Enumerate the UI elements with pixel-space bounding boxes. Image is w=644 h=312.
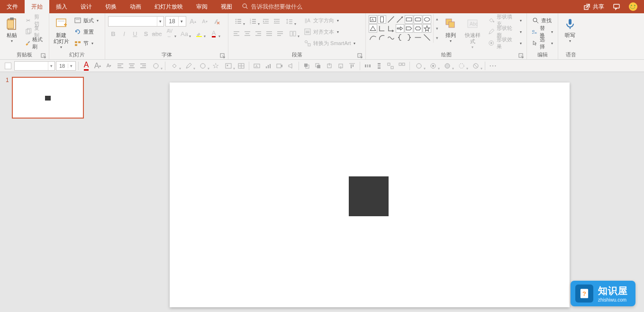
shape-outline-2-button[interactable] [182, 61, 195, 71]
star-button[interactable]: ☆ [210, 61, 221, 71]
tab-transition[interactable]: 切换 [99, 0, 123, 13]
underline-button[interactable]: U [130, 28, 140, 39]
circle3-button[interactable] [441, 61, 454, 71]
find-button[interactable]: 查找 [530, 15, 555, 26]
bring-forward-button[interactable] [324, 61, 335, 71]
dropdown-caret-icon[interactable]: ▾ [157, 17, 163, 26]
quick-styles-button[interactable]: Abc 快速样式 ▾ [461, 14, 485, 49]
send-back-button[interactable] [313, 61, 323, 71]
shape-pentagon[interactable] [405, 24, 413, 33]
gallery-up-button[interactable]: ▴ [434, 15, 441, 23]
tab-insert[interactable]: 插入 [49, 0, 74, 13]
insert-pic-button[interactable] [222, 61, 235, 71]
shape-vtextbox[interactable] [378, 15, 386, 24]
insert-video-button[interactable] [274, 61, 285, 71]
align-center-2-button[interactable] [127, 61, 137, 71]
send-backward-button[interactable] [336, 61, 346, 71]
change-case-button[interactable]: Aa [177, 28, 191, 39]
dialog-launcher-icon[interactable] [518, 53, 524, 59]
smartart-button[interactable]: 转换为 SmartArt▾ [302, 38, 357, 48]
align-center-button[interactable] [242, 28, 253, 39]
bold-button[interactable]: B [108, 28, 118, 39]
font-size-input[interactable] [166, 18, 178, 25]
dropdown-caret-icon[interactable]: ▾ [178, 17, 185, 26]
justify-button[interactable] [264, 28, 274, 39]
shape-rect[interactable] [405, 15, 413, 24]
highlight-2-button[interactable] [149, 61, 163, 71]
distribute-button[interactable] [275, 28, 285, 39]
shape-effects-button[interactable]: 形状效果▾ [486, 38, 524, 48]
grow-font-button[interactable]: A▴ [188, 16, 198, 27]
tab-review[interactable]: 审阅 [190, 0, 214, 13]
shape-oval[interactable] [423, 15, 431, 24]
align-right-button[interactable] [253, 28, 263, 39]
group-button[interactable] [385, 61, 396, 71]
slide-thumbnail-1[interactable]: 1 [6, 77, 89, 119]
color-swatch-button[interactable] [3, 61, 13, 71]
grow-font-2-button[interactable]: A▴ [92, 61, 103, 71]
reset-button[interactable]: 重置 [72, 27, 100, 37]
shrink-font-2-button[interactable]: A▾ [104, 61, 114, 71]
decrease-indent-button[interactable] [261, 16, 271, 27]
shrink-font-button[interactable]: A▾ [200, 16, 210, 27]
shape-elbow[interactable] [378, 24, 386, 33]
shape-hexagon[interactable] [414, 24, 422, 33]
shape-curve[interactable] [369, 33, 377, 42]
align-left-button[interactable] [231, 28, 242, 39]
font-color-2-button[interactable]: A [81, 61, 91, 71]
increase-indent-button[interactable] [272, 16, 282, 27]
shape-arc[interactable] [378, 33, 386, 42]
highlight-button[interactable] [192, 28, 206, 39]
insert-chart-button[interactable] [263, 61, 273, 71]
shape-fill-2-button[interactable] [168, 61, 181, 71]
tab-home[interactable]: 开始 [25, 0, 49, 13]
share-button[interactable]: 共享 [583, 3, 604, 11]
columns-button[interactable] [286, 28, 300, 39]
distribute-h-button[interactable] [363, 61, 373, 71]
circle1-button[interactable] [412, 61, 426, 71]
font-name-combo[interactable]: ▾ [108, 16, 164, 27]
shape-arrow-right[interactable] [396, 24, 404, 33]
shape-fill-button[interactable]: 形状填充▾ [486, 15, 524, 26]
insert-textbox-button[interactable]: A [252, 61, 262, 71]
dictate-button[interactable]: 听写 ▾ [560, 14, 580, 43]
shadow-button[interactable]: S [141, 28, 151, 39]
align-right-2-button[interactable] [138, 61, 148, 71]
shape-triangle[interactable] [369, 24, 377, 33]
circle4-button[interactable] [455, 61, 468, 71]
tab-design[interactable]: 设计 [74, 0, 99, 13]
tab-animation[interactable]: 动画 [123, 0, 148, 13]
section-button[interactable]: 节▾ [72, 38, 100, 48]
arrange-button[interactable]: 排列 ▾ [441, 14, 461, 43]
ungroup-button[interactable] [397, 61, 407, 71]
slide[interactable] [170, 83, 570, 307]
select-button[interactable]: 选择▾ [530, 38, 555, 48]
square-shape[interactable] [349, 176, 389, 216]
circle5-button[interactable] [469, 61, 482, 71]
shape-connector2[interactable] [423, 33, 431, 42]
slide-canvas-area[interactable] [95, 72, 644, 312]
align-left-2-button[interactable] [115, 61, 126, 71]
strike-button[interactable]: abc [152, 28, 162, 39]
gallery-down-button[interactable]: ▾ [434, 25, 441, 32]
shape-roundrect[interactable] [414, 15, 422, 24]
tab-view[interactable]: 视图 [214, 0, 239, 13]
shape-star[interactable] [423, 24, 431, 33]
dialog-launcher-icon[interactable] [41, 53, 46, 59]
distribute-v-button[interactable] [374, 61, 384, 71]
tab-file[interactable]: 文件 [0, 0, 25, 13]
bring-front-button[interactable] [301, 61, 312, 71]
cut-button[interactable]: ✂剪切 [23, 15, 46, 26]
insert-table-button[interactable] [236, 61, 246, 71]
align-top-button[interactable] [347, 61, 357, 71]
format-painter-button[interactable]: 格式刷 [23, 38, 46, 48]
gallery-more-button[interactable]: ▾ [434, 34, 441, 42]
insert-audio-button[interactable] [286, 61, 296, 71]
shape-wave[interactable] [387, 33, 395, 42]
char-spacing-button[interactable]: AV↔ [163, 28, 177, 39]
font-size-input-2[interactable] [56, 63, 68, 69]
slide-thumbnail-panel[interactable]: 1 [0, 72, 95, 312]
shape-line[interactable] [387, 15, 395, 24]
shape-elbow-arrow[interactable] [387, 24, 395, 33]
bullets-button[interactable] [231, 16, 245, 27]
